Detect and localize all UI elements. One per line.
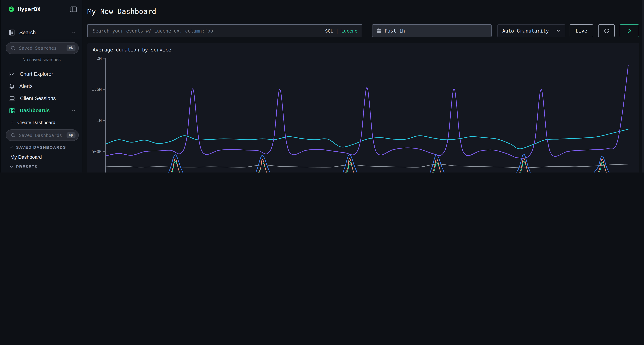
page-title: My New Dashboard: [87, 7, 156, 16]
hyperdx-logo-icon: [8, 6, 15, 13]
sidebar-collapse-icon[interactable]: [70, 6, 77, 12]
sidebar-item-label: Client Sessions: [20, 95, 56, 101]
bell-icon: [9, 83, 15, 89]
dashboard-grid-icon: [9, 107, 15, 113]
sidebar-item-alerts[interactable]: Alerts: [1, 81, 82, 91]
dashboard-tile: 0500K1M1.5M2MAug 4 3:04:00 PM3:12:00 PM3…: [87, 43, 639, 172]
sql-toggle[interactable]: SQL: [325, 28, 333, 33]
granularity-dropdown[interactable]: Auto Granularity: [497, 24, 565, 37]
granularity-value: Auto Granularity: [502, 28, 549, 34]
chevron-up-icon: [72, 109, 76, 112]
duration-chart: 0500K1M1.5M2MAug 4 3:04:00 PM3:12:00 PM3…: [87, 43, 639, 172]
event-search-input[interactable]: SQL | Lucene: [87, 24, 362, 37]
create-dashboard-button[interactable]: + Create Dashboard: [10, 119, 55, 125]
refresh-icon: [604, 28, 610, 34]
series-line-fraud-detection: [106, 65, 628, 158]
chart-explorer-icon: [9, 71, 15, 77]
play-icon: [627, 28, 632, 33]
app-name: HyperDX: [18, 6, 40, 12]
sidebar-item-search[interactable]: Search: [1, 27, 82, 38]
chevron-up-icon: [72, 31, 76, 34]
journal-icon: [9, 29, 15, 36]
sidebar-item-label: Search: [19, 30, 36, 35]
y-axis-tick-label: 1.5M: [92, 87, 102, 92]
series-line: [106, 129, 628, 149]
run-query-button[interactable]: [620, 24, 639, 37]
search-icon: [11, 133, 16, 137]
sidebar-item-label: Alerts: [19, 83, 32, 89]
chevron-down-icon: [556, 29, 560, 32]
chevron-down-icon: [10, 166, 13, 168]
create-dashboard-label: Create Dashboard: [17, 120, 55, 125]
app-window: HyperDX Search ⌘K No saved searches: [0, 0, 644, 172]
series-line-checkout: [106, 154, 628, 172]
saved-searches-input[interactable]: ⌘K: [6, 42, 79, 54]
lang-divider: |: [336, 28, 339, 33]
lucene-toggle[interactable]: Lucene: [341, 28, 358, 33]
calendar-icon: [377, 28, 382, 33]
app-logo: HyperDX: [8, 6, 40, 13]
plus-icon: +: [10, 119, 14, 125]
y-axis-tick-label: 1M: [96, 118, 102, 123]
sidebar-divider: [1, 40, 82, 40]
sidebar-item-label: Chart Explorer: [20, 71, 53, 77]
time-range-value: Past 1h: [384, 28, 405, 34]
search-icon: [11, 46, 16, 50]
live-button[interactable]: Live: [570, 24, 593, 37]
sidebar-item-chart-explorer[interactable]: Chart Explorer: [1, 69, 82, 79]
no-saved-searches-text: No saved searches: [1, 57, 82, 62]
section-label: SAVED DASHBOARDS: [16, 145, 66, 149]
y-axis-tick-label: 2M: [96, 56, 102, 61]
y-axis-tick-label: 500K: [92, 149, 102, 154]
sidebar-item-dashboards[interactable]: Dashboards: [1, 105, 82, 116]
chevron-down-icon: [10, 146, 13, 148]
sidebar: HyperDX Search ⌘K No saved searches: [0, 0, 82, 172]
section-presets[interactable]: PRESETS: [10, 164, 38, 169]
saved-dashboards-field[interactable]: [18, 132, 66, 138]
section-saved-dashboards[interactable]: SAVED DASHBOARDS: [10, 145, 66, 149]
series-line: [106, 158, 628, 172]
shortcut-badge: ⌘K: [66, 45, 76, 51]
sidebar-item-label: Dashboards: [20, 108, 50, 113]
sidebar-item-client-sessions[interactable]: Client Sessions: [1, 93, 82, 104]
section-label: PRESETS: [16, 164, 38, 169]
event-search-field[interactable]: [92, 28, 322, 34]
time-range-picker[interactable]: Past 1h: [372, 24, 492, 37]
refresh-button[interactable]: [598, 24, 615, 37]
series-line: [106, 164, 628, 168]
scrollbar-track[interactable]: [642, 0, 644, 172]
sidebar-item-my-dashboard[interactable]: My Dashboard: [10, 154, 42, 160]
saved-searches-field[interactable]: [18, 45, 66, 51]
chart-title: Average duration by service: [93, 47, 171, 52]
shortcut-badge: ⌘K: [66, 132, 76, 138]
laptop-icon: [9, 95, 16, 101]
saved-dashboards-input[interactable]: ⌘K: [6, 129, 79, 141]
